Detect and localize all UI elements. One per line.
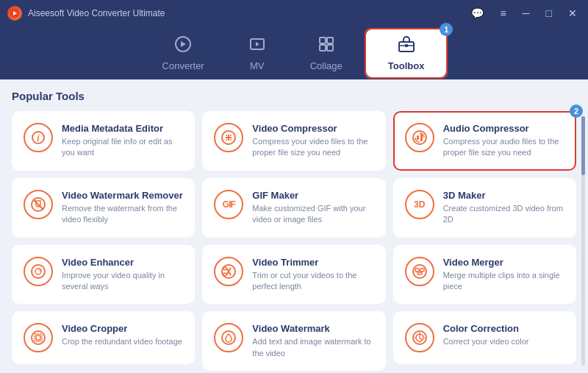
nav-bar: Converter MV Collage	[0, 26, 588, 79]
tool-desc-color-correction: Correct your video color	[443, 336, 564, 347]
svg-rect-4	[327, 38, 333, 43]
tool-name-video-merger: Video Merger	[443, 257, 564, 268]
tool-wrapper-gif-maker: GIF GIF Maker Make customized GIF with y…	[202, 178, 385, 238]
maximize-btn[interactable]: □	[542, 6, 556, 21]
svg-rect-34	[417, 272, 422, 274]
toolbox-icon	[398, 35, 415, 57]
tool-text-color-correction: Color Correction Correct your video colo…	[443, 323, 564, 347]
converter-icon	[174, 35, 192, 57]
nav-label-mv: MV	[250, 60, 265, 71]
video-enhancer-icon	[24, 257, 53, 286]
tool-desc-audio-compressor: Compress your audio files to the proper …	[443, 136, 564, 159]
video-watermark-icon	[214, 323, 243, 352]
tools-grid: i Media Metadata Editor Keep original fi…	[12, 111, 576, 362]
tool-text-video-enhancer: Video Enhancer Improve your video qualit…	[62, 257, 183, 293]
tool-wrapper-audio-compressor: Audio Compressor Compress your audio fil…	[393, 111, 576, 171]
tool-card-video-merger[interactable]: Video Merger Merge multiple clips into a…	[393, 245, 576, 305]
nav-label-toolbox: Toolbox	[388, 60, 425, 71]
3d-maker-icon: 3D	[405, 190, 434, 219]
scrollbar-track[interactable]	[581, 116, 585, 366]
svg-rect-39	[36, 335, 40, 340]
tool-name-audio-compressor: Audio Compressor	[443, 123, 564, 134]
nav-label-converter: Converter	[162, 60, 204, 71]
tool-card-video-trimmer[interactable]: Video Trimmer Trim or cut your videos to…	[202, 245, 385, 305]
nav-badge: 1	[440, 23, 453, 36]
app-title: Aiseesoft Video Converter Ultimate	[28, 8, 165, 18]
svg-point-29	[223, 267, 226, 270]
svg-rect-33	[420, 269, 424, 271]
tool-desc-video-watermark: Add text and image watermark to the vide…	[252, 336, 373, 359]
tool-text-video-watermark-remover: Video Watermark Remover Remove the water…	[62, 190, 183, 226]
gif-maker-icon: GIF	[214, 190, 243, 219]
tool-wrapper-video-trimmer: Video Trimmer Trim or cut your videos to…	[202, 245, 385, 305]
title-bar: Aiseesoft Video Converter Ultimate 💬 ≡ ─…	[0, 0, 588, 26]
tool-card-video-watermark-remover[interactable]: Video Watermark Remover Remove the water…	[12, 178, 195, 238]
tool-card-video-watermark[interactable]: Video Watermark Add text and image water…	[202, 311, 385, 371]
collage-icon	[318, 35, 335, 57]
nav-item-toolbox[interactable]: Toolbox	[366, 29, 447, 77]
scrollbar-thumb[interactable]	[581, 116, 585, 175]
svg-rect-19	[417, 135, 419, 140]
tool-card-video-cropper[interactable]: Video Cropper Crop the redundant video f…	[12, 311, 195, 364]
svg-rect-5	[320, 45, 326, 51]
tool-card-media-metadata-editor[interactable]: i Media Metadata Editor Keep original fi…	[12, 111, 195, 171]
close-btn[interactable]: ✕	[564, 6, 581, 21]
minimize-btn[interactable]: ─	[519, 6, 534, 21]
svg-point-23	[32, 265, 45, 278]
tool-card-3d-maker[interactable]: 3D 3D Maker Create customized 3D video f…	[393, 178, 576, 238]
title-bar-controls: 💬 ≡ ─ □ ✕	[467, 6, 581, 21]
nav-item-converter[interactable]: Converter	[140, 29, 226, 77]
nav-item-collage[interactable]: Collage	[288, 29, 365, 77]
tool-wrapper-video-watermark: Video Watermark Add text and image water…	[202, 311, 385, 371]
section-title: Popular Tools	[12, 90, 576, 102]
menu-btn[interactable]: ≡	[496, 6, 509, 21]
tool-name-video-trimmer: Video Trimmer	[252, 257, 373, 268]
tool-name-video-watermark-remover: Video Watermark Remover	[62, 190, 183, 201]
tool-desc-video-trimmer: Trim or cut your videos to the perfect l…	[252, 270, 373, 293]
tool-card-video-compressor[interactable]: Video Compressor Compress your video fil…	[202, 111, 385, 171]
tool-desc-video-merger: Merge multiple clips into a single piece	[443, 270, 564, 293]
tool-text-video-merger: Video Merger Merge multiple clips into a…	[443, 257, 564, 293]
tool-name-video-enhancer: Video Enhancer	[62, 257, 183, 268]
video-trimmer-icon	[214, 257, 243, 286]
tool-desc-video-watermark-remover: Remove the watermark from the video flex…	[62, 203, 183, 226]
svg-rect-20	[420, 134, 423, 141]
tool-wrapper-video-cropper: Video Cropper Crop the redundant video f…	[12, 311, 195, 371]
tool-desc-gif-maker: Make customized GIF with your video or i…	[252, 203, 373, 226]
tool-name-video-watermark: Video Watermark	[252, 323, 373, 334]
svg-rect-32	[415, 269, 419, 271]
tool-text-video-cropper: Video Cropper Crop the redundant video f…	[62, 323, 183, 347]
tool-text-video-watermark: Video Watermark Add text and image water…	[252, 323, 373, 359]
media-metadata-editor-icon: i	[24, 123, 53, 152]
tool-desc-video-compressor: Compress your video files to the proper …	[252, 136, 373, 159]
tool-card-video-enhancer[interactable]: Video Enhancer Improve your video qualit…	[12, 245, 195, 305]
title-bar-left: Aiseesoft Video Converter Ultimate	[7, 6, 165, 21]
audio-compressor-badge: 2	[570, 104, 583, 118]
nav-item-mv[interactable]: MV	[226, 29, 288, 77]
tool-name-video-cropper: Video Cropper	[62, 323, 183, 334]
nav-item-toolbox-wrapper: Toolbox 1	[365, 28, 448, 79]
svg-point-30	[223, 273, 226, 276]
tool-text-3d-maker: 3D Maker Create customized 3D video from…	[443, 190, 564, 226]
tool-text-media-metadata-editor: Media Metadata Editor Keep original file…	[62, 123, 183, 159]
tool-wrapper-color-correction: Color Correction Correct your video colo…	[393, 311, 576, 371]
tool-wrapper-video-enhancer: Video Enhancer Improve your video qualit…	[12, 245, 195, 305]
svg-text:i: i	[37, 133, 40, 143]
video-merger-icon	[405, 257, 434, 286]
tool-card-audio-compressor[interactable]: Audio Compressor Compress your audio fil…	[393, 111, 576, 171]
content-area: Popular Tools i Media Metadata Editor Ke…	[0, 79, 588, 373]
tool-desc-video-cropper: Crop the redundant video footage	[62, 336, 183, 347]
tool-wrapper-video-compressor: Video Compressor Compress your video fil…	[202, 111, 385, 171]
video-compressor-icon	[214, 123, 243, 152]
svg-rect-6	[327, 45, 333, 51]
audio-compressor-icon	[405, 123, 434, 152]
app-logo	[7, 6, 22, 21]
tool-card-color-correction[interactable]: Color Correction Correct your video colo…	[393, 311, 576, 364]
tool-wrapper-3d-maker: 3D 3D Maker Create customized 3D video f…	[393, 178, 576, 238]
tool-name-gif-maker: GIF Maker	[252, 190, 373, 201]
tool-text-video-compressor: Video Compressor Compress your video fil…	[252, 123, 373, 159]
tool-desc-video-enhancer: Improve your video quality in several wa…	[62, 270, 183, 293]
chat-btn[interactable]: 💬	[467, 6, 487, 21]
tool-name-color-correction: Color Correction	[443, 323, 564, 334]
tool-card-gif-maker[interactable]: GIF GIF Maker Make customized GIF with y…	[202, 178, 385, 238]
